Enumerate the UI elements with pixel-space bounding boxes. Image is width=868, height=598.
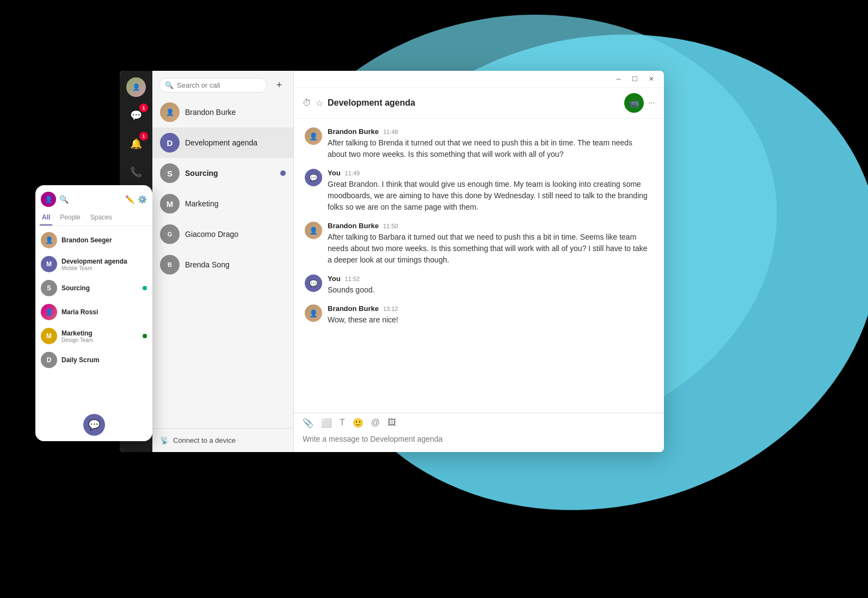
- msg-time-4: 11:52: [345, 276, 360, 282]
- msg-time-1: 11:48: [383, 129, 398, 135]
- chat-item-brenda[interactable]: B Brenda Song: [152, 249, 293, 280]
- small-search-icon[interactable]: 🔍: [59, 195, 69, 204]
- chat-name-brenda: Brenda Song: [185, 260, 230, 269]
- you-msg-avatar-4: 💬: [305, 274, 322, 292]
- small-filter-icon[interactable]: ⚙️: [138, 195, 147, 204]
- marketing-info: Marketing Design Team: [61, 329, 138, 343]
- message-4: 💬 You 11:52 Sounds good.: [305, 274, 653, 296]
- mention-icon[interactable]: @: [371, 418, 380, 428]
- connect-device-button[interactable]: 📡 Connect to a device: [152, 428, 293, 452]
- brandon-avatar: 👤: [160, 102, 180, 122]
- brandon-msg-avatar-3: 👤: [305, 222, 322, 239]
- chat-name-brandon: Brandon Burke: [185, 108, 236, 117]
- small-header: 👤 🔍 ✏️ ⚙️: [35, 185, 152, 209]
- format-icon[interactable]: T: [340, 418, 345, 428]
- small-item-marketing[interactable]: M Marketing Design Team: [35, 324, 152, 348]
- small-user-avatar[interactable]: 👤: [41, 192, 56, 207]
- chat-header: ⏱ ☆ Development agenda 📹 ···: [294, 88, 664, 119]
- brandon-seeger-info: Brandon Seeger: [61, 236, 147, 244]
- small-item-brandon-seeger[interactable]: 👤 Brandon Seeger: [35, 228, 152, 252]
- brenda-avatar: B: [160, 255, 180, 274]
- sourcing-avatar: S: [160, 163, 180, 183]
- search-box[interactable]: 🔍: [159, 78, 267, 93]
- marketing-avatar: M: [160, 194, 180, 213]
- sourcing-small-avatar: S: [41, 280, 57, 296]
- small-item-dev-agenda[interactable]: M Development agenda Mobile Team: [35, 252, 152, 276]
- whiteboard-icon[interactable]: ⬜: [321, 418, 332, 428]
- small-item-maria[interactable]: 👤 Maria Rossi: [35, 300, 152, 324]
- chat-item-dev-agenda[interactable]: D Development agenda: [152, 127, 293, 158]
- daily-scrum-avatar: D: [41, 352, 57, 368]
- daily-scrum-name: Daily Scrum: [61, 356, 147, 364]
- msg-meta-4: You 11:52: [328, 274, 653, 283]
- user-avatar[interactable]: 👤: [126, 77, 146, 97]
- tab-spaces[interactable]: Spaces: [88, 211, 114, 225]
- star-icon[interactable]: ☆: [316, 98, 323, 108]
- sourcing-small-name: Sourcing: [61, 284, 138, 292]
- brandon-seeger-avatar: 👤: [41, 232, 57, 248]
- chat-item-giacomo[interactable]: G Giacomo Drago: [152, 219, 293, 249]
- chat-list-header: 🔍 +: [152, 71, 293, 97]
- brandon-seeger-name: Brandon Seeger: [61, 236, 147, 244]
- message-input-area: 📎 ⬜ T 🙂 @ 🖼: [294, 413, 664, 452]
- compose-button[interactable]: 💬: [83, 414, 105, 436]
- input-toolbar: 📎 ⬜ T 🙂 @ 🖼: [303, 418, 655, 432]
- msg-time-3: 11:50: [383, 223, 398, 229]
- chat-item-marketing[interactable]: M Marketing: [152, 188, 293, 219]
- dev-agenda-info: Development agenda Mobile Team: [61, 258, 147, 271]
- msg-sender-5: Brandon Burke: [328, 304, 379, 313]
- tab-people[interactable]: People: [58, 211, 82, 225]
- minimize-button[interactable]: ─: [613, 74, 624, 84]
- msg-text-5: Wow, these are nice!: [328, 314, 653, 326]
- chat-title: Development agenda: [328, 98, 620, 108]
- sourcing-unread-dot: [280, 170, 286, 176]
- attach-icon[interactable]: 📎: [303, 418, 313, 428]
- timer-icon[interactable]: ⏱: [303, 98, 311, 108]
- message-input[interactable]: [303, 432, 655, 446]
- chat-panel: ─ ☐ ✕ ⏱ ☆ Development agenda 📹 ··· 👤 Bra…: [294, 71, 664, 452]
- chat-item-brandon[interactable]: 👤 Brandon Burke: [152, 97, 293, 127]
- nav-activity-button[interactable]: 🔔 1: [126, 134, 146, 154]
- msg-meta-3: Brandon Burke 11:50: [328, 222, 653, 230]
- maria-name: Maria Rossi: [61, 308, 147, 316]
- small-footer: 💬: [35, 408, 152, 441]
- maria-info: Maria Rossi: [61, 308, 147, 316]
- message-3: 👤 Brandon Burke 11:50 After talking to B…: [305, 222, 653, 266]
- chat-name-giacomo: Giacomo Drago: [185, 230, 238, 239]
- search-input[interactable]: [177, 81, 261, 89]
- msg-content-1: Brandon Burke 11:48 After talking to Bre…: [328, 127, 653, 160]
- msg-meta-5: Brandon Burke 13:12: [328, 304, 653, 313]
- add-chat-button[interactable]: +: [272, 77, 287, 93]
- sourcing-unread: [280, 170, 286, 176]
- daily-scrum-info: Daily Scrum: [61, 356, 147, 364]
- chat-item-sourcing[interactable]: S Sourcing: [152, 158, 293, 188]
- small-edit-icon[interactable]: ✏️: [125, 195, 134, 204]
- small-list: 👤 Brandon Seeger M Development agenda Mo…: [35, 226, 152, 374]
- chat-list-panel: 🔍 + 👤 Brandon Burke D Development agenda…: [152, 71, 294, 452]
- main-window: 👤 💬 1 🔔 1 📞 🔍 + 👤 Brandon Burke D Develo…: [120, 71, 664, 452]
- sourcing-dot: [143, 286, 147, 290]
- chat-name-marketing: Marketing: [185, 199, 218, 208]
- small-item-daily-scrum[interactable]: D Daily Scrum: [35, 348, 152, 372]
- tab-all[interactable]: All: [40, 211, 52, 225]
- small-item-sourcing[interactable]: S Sourcing: [35, 276, 152, 300]
- marketing-dot: [143, 334, 147, 338]
- msg-text-2: Great Brandon. I think that would give u…: [328, 179, 653, 213]
- nav-phone-button[interactable]: 📞: [126, 162, 146, 182]
- emoji-icon[interactable]: 🙂: [353, 418, 364, 428]
- message-1: 👤 Brandon Burke 11:48 After talking to B…: [305, 127, 653, 160]
- msg-text-4: Sounds good.: [328, 284, 653, 296]
- maximize-button[interactable]: ☐: [629, 74, 641, 84]
- activity-badge: 1: [139, 132, 148, 141]
- image-icon[interactable]: 🖼: [387, 418, 396, 428]
- title-bar: ─ ☐ ✕: [294, 71, 664, 88]
- nav-chat-button[interactable]: 💬 1: [126, 106, 146, 125]
- close-button[interactable]: ✕: [645, 74, 657, 84]
- dev-agenda-sub: Mobile Team: [61, 265, 147, 271]
- msg-sender-1: Brandon Burke: [328, 127, 379, 136]
- chat-name-sourcing: Sourcing: [185, 169, 218, 178]
- video-call-button[interactable]: 📹: [624, 93, 644, 113]
- more-options-icon[interactable]: ···: [648, 98, 655, 108]
- compose-icon: 💬: [88, 419, 100, 431]
- msg-content-5: Brandon Burke 13:12 Wow, these are nice!: [328, 304, 653, 326]
